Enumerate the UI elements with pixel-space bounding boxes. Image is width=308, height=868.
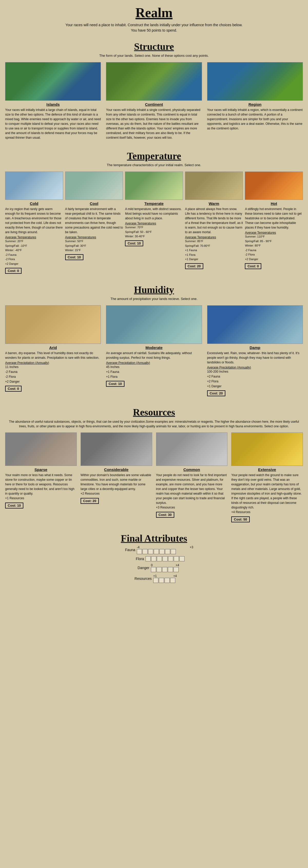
resources-attr-scale: +1 +4 (153, 574, 177, 583)
danger-box-5[interactable] (173, 567, 179, 572)
temperature-subtitle: The temperature characteristics of your … (5, 163, 303, 167)
fauna-box-3[interactable] (148, 549, 153, 554)
warm-cost[interactable]: Cost: 20 (185, 263, 203, 269)
moderate-stats: +1 Fauna +1 Flora (106, 370, 202, 379)
temperate-card[interactable]: Temperate A mild temperature, with disti… (125, 172, 183, 274)
resources-box-4[interactable] (170, 578, 175, 583)
temperature-grid: Cold An icy region that rarely gets warm… (5, 172, 303, 274)
sparse-stats: +1 Resources (5, 496, 77, 501)
page-subtitle: Your races will need a place to inhabit.… (5, 22, 303, 33)
fauna-box-6[interactable] (165, 549, 170, 554)
fauna-box-2[interactable] (142, 549, 147, 554)
extensive-cost[interactable]: Cost: 50 (231, 517, 249, 522)
cold-stats: -2 Fauna -2 Flora +2 Danger (5, 253, 63, 266)
cold-title: Cold (5, 202, 63, 206)
damp-title: Damp (207, 345, 303, 350)
danger-scale-header: 0 +4 (151, 563, 179, 567)
moderate-card[interactable]: Moderate An average amount of rainfall. … (106, 305, 202, 397)
hot-avg-label: Average Temperatures (245, 231, 303, 235)
region-card[interactable]: Region Your races will initially inhabit… (207, 62, 303, 140)
hot-card[interactable]: Hot A stiflingly hot environment. People… (245, 172, 303, 274)
sparse-title: Sparse (5, 467, 77, 472)
damp-desc: Excessively wet. Rain, snow, whatever- t… (207, 351, 303, 365)
danger-box-2[interactable] (157, 567, 162, 572)
flora-box-4[interactable] (163, 556, 168, 561)
flora-box-1[interactable] (145, 556, 151, 561)
damp-image (207, 305, 303, 344)
temperate-temps: Summer: 70°F Spring/Fall: 50 - 60°F Wint… (125, 225, 183, 239)
fauna-label: Fauna (115, 548, 135, 552)
cold-card[interactable]: Cold An icy region that rarely gets warm… (5, 172, 63, 274)
resources-section: Resources The abundance of useful natura… (5, 406, 303, 522)
islands-title: Islands (5, 102, 101, 106)
resources-box-2[interactable] (159, 578, 164, 583)
arid-cost[interactable]: Cost: 0 (5, 386, 22, 392)
warm-desc: A place almost always free from snow. Li… (185, 207, 243, 235)
fauna-box-1[interactable] (137, 549, 142, 554)
resources-title: Resources (5, 406, 303, 418)
hot-image (245, 172, 303, 200)
sparse-card[interactable]: Sparse Your realm more or less has what … (5, 432, 77, 522)
temperate-cost[interactable]: Cost: 10 (125, 240, 143, 246)
extensive-card[interactable]: Extensive Your people need watch the gro… (231, 432, 303, 522)
danger-box-3[interactable] (162, 567, 167, 572)
danger-min: 0 (151, 563, 153, 567)
flora-box-7[interactable] (179, 556, 184, 561)
flora-box-5[interactable] (168, 556, 173, 561)
continent-card[interactable]: Continent Your races will initially inha… (106, 62, 202, 140)
considerable-card[interactable]: Considerable Within your domain's bounda… (80, 432, 152, 522)
extensive-stats: +4 Resources (231, 510, 303, 515)
flora-box-2[interactable] (151, 556, 156, 561)
resources-boxes (153, 578, 175, 583)
structure-title: Structure (5, 41, 303, 52)
structure-subtitle: The form of your lands. Select one. None… (5, 54, 303, 58)
fauna-box-4[interactable] (154, 549, 159, 554)
islands-desc: Your races will initially inhabit a larg… (5, 107, 101, 140)
damp-cost[interactable]: Cost: 20 (207, 390, 225, 396)
damp-precip: 100-200 Inches (207, 369, 303, 374)
warm-stats: +1 Fauna +1 Flora +1 Danger (185, 248, 243, 262)
cool-card[interactable]: Cool A fairly temperate environment with… (65, 172, 123, 274)
common-card[interactable]: Common Your people do not need to look f… (156, 432, 228, 522)
flora-box-6[interactable] (174, 556, 179, 561)
cool-image (65, 172, 123, 200)
temperate-desc: A mild temperature, with distinct season… (125, 207, 183, 221)
sparse-desc: Your realm more or less has what it need… (5, 473, 77, 496)
flora-label: Flora (124, 557, 144, 561)
resources-box-1[interactable] (153, 578, 158, 583)
common-cost[interactable]: Cost: 30 (156, 512, 174, 518)
resources-box-3[interactable] (165, 578, 170, 583)
considerable-cost[interactable]: Cost: 20 (80, 498, 99, 504)
considerable-stats: +2 Resources (80, 491, 152, 496)
islands-image (5, 62, 101, 101)
flora-box-3[interactable] (157, 556, 162, 561)
resources-min: +1 (153, 574, 157, 578)
considerable-desc: Within your domain's boundaries are some… (80, 473, 152, 491)
fauna-box-7[interactable] (171, 549, 176, 554)
moderate-title: Moderate (106, 345, 202, 350)
moderate-cost[interactable]: Cost: 10 (106, 381, 124, 387)
cold-cost[interactable]: Cost: 0 (5, 268, 22, 274)
resources-attr-label: Resources (131, 577, 152, 581)
hot-cost[interactable]: Cost: 0 (245, 263, 261, 269)
arid-card[interactable]: Arid A barren, dry expanse. This level o… (5, 305, 101, 397)
common-image (156, 432, 228, 466)
considerable-image (80, 432, 152, 466)
danger-box-1[interactable] (151, 567, 156, 572)
arid-image (5, 305, 101, 344)
danger-scale: 0 +4 (151, 563, 179, 572)
continent-title: Continent (106, 102, 202, 106)
damp-card[interactable]: Damp Excessively wet. Rain, snow, whatev… (207, 305, 303, 397)
moderate-avg-label: Average Precipitation (Annually) (106, 361, 202, 365)
sparse-cost[interactable]: Cost: 10 (5, 502, 23, 508)
fauna-scale: -4 +3 (137, 546, 193, 554)
danger-box-4[interactable] (168, 567, 173, 572)
cool-cost[interactable]: Cost: 10 (65, 254, 83, 260)
flora-row: Flora (5, 556, 303, 561)
common-title: Common (156, 467, 228, 472)
hot-stats: -2 Fauna -2 Flora +2 Danger (245, 248, 303, 262)
fauna-box-5[interactable] (160, 549, 165, 554)
islands-card[interactable]: Islands Your races will initially inhabi… (5, 62, 101, 140)
hot-title: Hot (245, 202, 303, 206)
warm-card[interactable]: Warm A place almost always free from sno… (185, 172, 243, 274)
